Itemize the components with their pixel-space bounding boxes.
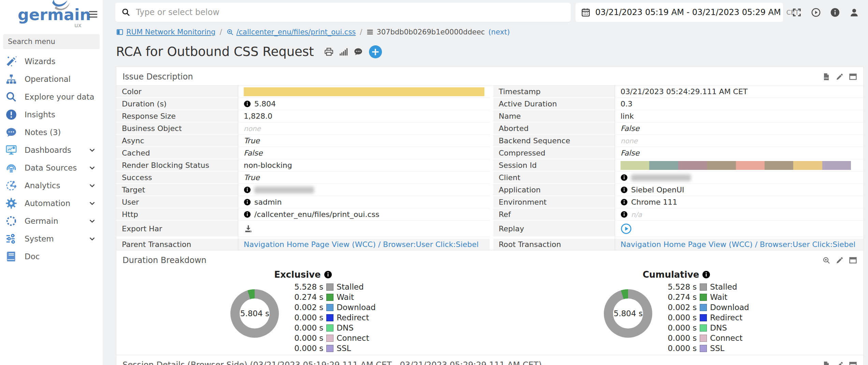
logo[interactable]: germain ux: [0, 0, 103, 31]
field-text: none: [244, 125, 261, 133]
field-value-name: link: [615, 110, 863, 122]
legend-item-stalled[interactable]: 5.528 s Stalled: [291, 282, 375, 292]
legend-item-download[interactable]: 0.002 s Download: [291, 302, 375, 312]
info-icon[interactable]: [621, 186, 628, 193]
info-icon[interactable]: [324, 271, 332, 279]
legend-swatch: [326, 294, 333, 301]
legend-item-dns[interactable]: 0.000 s DNS: [665, 323, 749, 333]
title-actions: [324, 47, 363, 56]
field-label-business-object: Business Object: [116, 122, 238, 135]
info-icon[interactable]: [621, 174, 628, 181]
transaction-link[interactable]: Navigation Home Page View (WCC) / Browse…: [244, 240, 479, 249]
legend-item-wait[interactable]: 0.274 s Wait: [291, 292, 375, 302]
window-icon[interactable]: [849, 361, 857, 365]
info-icon[interactable]: [244, 186, 251, 193]
breadcrumb-link[interactable]: /callcenter_enu/files/print_oui.css: [237, 28, 356, 36]
replay-icon[interactable]: [621, 223, 632, 234]
sidebar-search-input[interactable]: [3, 34, 100, 49]
sidebar-item-dashboards[interactable]: Dashboards: [0, 141, 103, 159]
field-label-response-size: Response Size: [116, 110, 238, 122]
field-label-replay: Replay: [493, 221, 615, 237]
field-text: none: [621, 137, 638, 145]
sidebar-item-notes-3[interactable]: Notes (3): [0, 123, 103, 141]
play-circle-icon[interactable]: [811, 8, 821, 17]
logo-text: germain: [18, 5, 91, 24]
edit-icon[interactable]: [836, 256, 844, 264]
sidebar-item-analytics[interactable]: Analytics: [0, 177, 103, 194]
chevron-down-icon: [88, 164, 96, 172]
sidebar-item-data-sources[interactable]: Data Sources: [0, 159, 103, 177]
sidebar-item-wizards[interactable]: Wizards: [0, 53, 103, 70]
sidebar-item-automation[interactable]: Automation: [0, 194, 103, 212]
dashboard-icon: [5, 144, 17, 156]
legend-item-redirect[interactable]: 0.000 s Redirect: [291, 312, 375, 323]
search-icon: [5, 91, 17, 103]
info-icon[interactable]: [621, 211, 628, 218]
legend-label: Download: [710, 303, 749, 312]
legend-item-dns[interactable]: 0.000 s DNS: [291, 323, 375, 333]
field-label-root-transaction: Root Transaction: [493, 237, 615, 250]
breadcrumb-link[interactable]: RUM Network Monitoring: [126, 28, 215, 36]
legend-swatch: [326, 304, 333, 311]
fullscreen-icon[interactable]: [792, 8, 802, 17]
chevron-down-icon: [88, 182, 96, 189]
add-button[interactable]: +: [369, 45, 382, 58]
hamburger-menu-icon[interactable]: [88, 9, 99, 20]
field-label-success: Success: [116, 172, 238, 184]
printer-icon[interactable]: [324, 47, 333, 56]
edit-icon[interactable]: [836, 73, 844, 81]
window-icon[interactable]: [849, 256, 857, 264]
field-label-session-id: Session Id: [493, 159, 615, 172]
info-icon[interactable]: [244, 211, 251, 218]
sidebar-item-explore-your-data[interactable]: Explore your data: [0, 88, 103, 106]
legend-item-connect[interactable]: 0.000 s Connect: [665, 333, 749, 343]
redacted-value: [631, 174, 691, 181]
legend-label: DNS: [337, 323, 354, 332]
legend-item-wait[interactable]: 0.274 s Wait: [665, 292, 749, 302]
signal-bars-icon[interactable]: [339, 47, 348, 56]
transaction-link[interactable]: Navigation Home Page View (WCC) / Browse…: [621, 240, 855, 249]
datasource-icon: [5, 162, 17, 174]
window-icon[interactable]: [849, 73, 857, 81]
sidebar-item-germain[interactable]: Germain: [0, 212, 103, 230]
info-circle-dark-icon[interactable]: [830, 8, 840, 17]
breadcrumb-next-link[interactable]: (next): [488, 28, 510, 36]
legend-item-redirect[interactable]: 0.000 s Redirect: [665, 312, 749, 323]
csv-export-icon[interactable]: CSV: [822, 73, 830, 81]
field-label-async: Async: [116, 135, 238, 147]
legend-item-ssl[interactable]: 0.000 s SSL: [291, 343, 375, 353]
legend-item-stalled[interactable]: 5.528 s Stalled: [665, 282, 749, 292]
field-value-async: True: [238, 135, 490, 147]
legend-item-connect[interactable]: 0.000 s Connect: [291, 333, 375, 343]
user-icon[interactable]: [849, 8, 859, 17]
sidebar-item-operational[interactable]: Operational: [0, 70, 103, 88]
sidebar-item-doc[interactable]: Doc: [0, 248, 103, 265]
sidebar-item-insights[interactable]: Insights: [0, 106, 103, 123]
breadcrumb-item-callcenter-enu-files-print-oui-css: /callcenter_enu/files/print_oui.css: [226, 28, 356, 36]
sidebar: germain ux Wizards Operational Explore y…: [0, 0, 103, 365]
breadcrumb-item-rum-network-monitoring: RUM Network Monitoring: [116, 28, 215, 36]
legend-item-ssl[interactable]: 0.000 s SSL: [665, 343, 749, 353]
csv-export-icon[interactable]: CSV: [822, 361, 830, 365]
field-text: False: [621, 149, 639, 157]
chart-title: Cumulative: [643, 269, 699, 280]
info-icon[interactable]: [702, 271, 710, 279]
sidebar-item-system[interactable]: System: [0, 230, 103, 248]
legend-item-download[interactable]: 0.002 s Download: [665, 302, 749, 312]
field-label-render-blocking-status: Render Blocking Status: [116, 159, 238, 172]
sidebar-item-label: Automation: [25, 199, 88, 208]
global-search-input[interactable]: [135, 7, 565, 17]
field-label-target: Target: [116, 184, 238, 196]
edit-icon[interactable]: [836, 361, 844, 365]
zoom-in-icon[interactable]: [822, 256, 830, 264]
info-icon[interactable]: [244, 100, 251, 107]
date-range-picker[interactable]: 03/21/2023 05:19 AM - 03/21/2023 05:29 A…: [575, 3, 783, 22]
download-icon[interactable]: [244, 224, 253, 233]
info-icon[interactable]: [621, 199, 628, 206]
session-id-color-bar: [621, 161, 851, 170]
comment-bubble-icon[interactable]: [354, 47, 363, 56]
field-label-timestamp: Timestamp: [493, 86, 615, 98]
field-value-aborted: False: [615, 122, 863, 135]
info-icon[interactable]: [244, 199, 251, 206]
global-search[interactable]: [115, 3, 571, 22]
